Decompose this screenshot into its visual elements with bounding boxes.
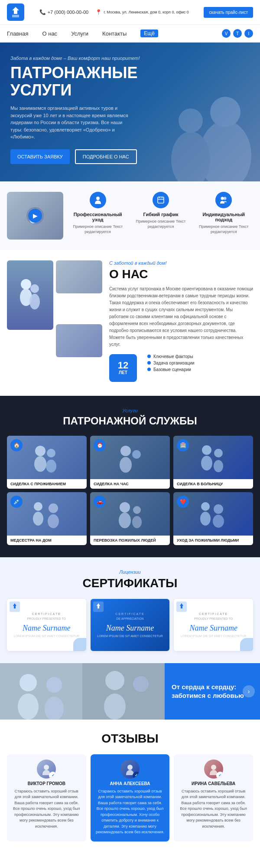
banner-arrow-button[interactable]: › bbox=[243, 685, 255, 697]
cert-header-1: CERTIFICATE bbox=[115, 612, 144, 615]
review-badge-2: ✓ bbox=[216, 772, 223, 779]
hero-section: Забота в каждом доме – Ваш комфорт наш п… bbox=[0, 43, 260, 181]
cert-card-0[interactable]: CERTIFICATE PROUDLY PRESENTED TO Name Su… bbox=[7, 599, 86, 651]
nav-services[interactable]: Услуги bbox=[71, 30, 88, 37]
certs-title: СЕРТИФИКАТЫ bbox=[7, 576, 253, 590]
about-content: С заботой в каждый дом! О НАС Система ус… bbox=[109, 260, 253, 385]
svg-point-33 bbox=[33, 512, 43, 526]
reviews-section: ОТЗЫВЫ ✓ ВИКТОР ГРОМОВ Стараюсь оставить… bbox=[0, 720, 260, 854]
review-text-0: Стараюсь оставить хороший отзыв для этой… bbox=[11, 789, 82, 830]
svg-point-60 bbox=[211, 765, 216, 770]
feature-title-1: Гибкий график bbox=[131, 212, 190, 217]
download-pricelist-button[interactable]: скачать прайс-лист bbox=[204, 7, 253, 18]
svg-point-15 bbox=[221, 197, 224, 200]
vk-icon[interactable]: V bbox=[222, 29, 231, 38]
cert-card-1[interactable]: CERTIFICATE DE APPRECIATION Name Surname… bbox=[91, 599, 170, 651]
about-img-top-right bbox=[56, 260, 102, 293]
about-tag: С заботой в каждый дом! bbox=[109, 260, 253, 266]
svg-point-48 bbox=[20, 674, 37, 691]
top-bar: 📞 +7 (000) 000-00-00 📍 г. Москва, ул. Ле… bbox=[0, 0, 260, 25]
service-card-5[interactable]: ❤️ УХОД ЗА ПОЖИЛЫМИ ЛЮДЬМИ bbox=[173, 492, 253, 545]
leave-request-button[interactable]: ОСТАВИТЬ ЗАЯВКУ bbox=[10, 149, 70, 164]
svg-point-34 bbox=[49, 503, 58, 513]
caregiver-image bbox=[17, 273, 43, 317]
years-number: 12 bbox=[118, 361, 128, 370]
service-card-0[interactable]: 🏠 СИДЕЛКА С ПРОЖИВАНИЕМ bbox=[7, 436, 87, 489]
review-card-2: ✓ ИРИНА САВЕЛЬЕВА Стараюсь оставить хоро… bbox=[174, 754, 253, 842]
svg-point-10 bbox=[96, 197, 100, 200]
svg-point-39 bbox=[132, 516, 142, 528]
features-list: Профессиональный уход Примерное описание… bbox=[68, 192, 253, 235]
service-card-4[interactable]: 🚗 ПЕРЕВОЗКА ПОЖИЛЫХ ЛЮДЕЙ bbox=[90, 492, 170, 545]
nav-more[interactable]: Ещё bbox=[140, 30, 158, 37]
list-dot-2 bbox=[147, 368, 151, 371]
service-label-4: ПЕРЕВОЗКА ПОЖИЛЫХ ЛЮДЕЙ bbox=[90, 536, 170, 545]
phone-item[interactable]: 📞 +7 (000) 000-00-00 bbox=[39, 9, 88, 15]
service-icon-4: 🚗 bbox=[94, 496, 106, 508]
svg-point-43 bbox=[213, 515, 224, 528]
svg-point-53 bbox=[105, 671, 124, 690]
feature-icon-0 bbox=[90, 192, 106, 208]
about-list-item-0: Ключевые факторы bbox=[147, 354, 195, 359]
cert-details-0: LOREM IPSUM DIE SIT AMET CONSECTETUR bbox=[14, 635, 79, 638]
cert-details-1: LOREM IPSUM DIE SIT AMET CONSECTETUR bbox=[97, 635, 162, 638]
service-icon-5: ❤️ bbox=[177, 496, 189, 508]
about-description: Система услуг патронажа в Москве ориенти… bbox=[109, 286, 253, 348]
about-us-button[interactable]: ПОДРОБНЕЕ О НАС bbox=[75, 149, 137, 164]
banner-right-image bbox=[82, 663, 165, 720]
review-badge-0: ✓ bbox=[49, 772, 56, 779]
banner-text-box: От сердца к сердцу: заботимся с любовью … bbox=[165, 663, 260, 720]
hero-content: Забота в каждом доме – Ваш комфорт наш п… bbox=[10, 56, 250, 164]
cert-accent-2 bbox=[240, 638, 253, 651]
service-image-5 bbox=[196, 499, 231, 529]
svg-point-23 bbox=[47, 449, 55, 457]
svg-point-37 bbox=[119, 513, 131, 528]
about-images bbox=[7, 260, 102, 385]
social-icons: V T I bbox=[222, 29, 253, 38]
feature-icon-2 bbox=[215, 192, 232, 208]
phone-icon: 📞 bbox=[39, 9, 46, 15]
about-title: О НАС bbox=[109, 267, 253, 281]
reviewer-name-0: ВИКТОР ГРОМОВ bbox=[11, 781, 82, 786]
cert-logo-2 bbox=[176, 602, 187, 612]
reviewer-name-1: АННА АЛЕКСЕЕВА bbox=[95, 781, 166, 786]
banner-section: От сердца к сердцу: заботимся с любовью … bbox=[0, 663, 260, 720]
years-badge: 12 ЛЕТ bbox=[109, 354, 137, 382]
svg-point-25 bbox=[120, 446, 131, 456]
feature-desc-1: Примерное описание Текст редактируется bbox=[131, 219, 190, 230]
svg-point-27 bbox=[132, 450, 141, 459]
nav-contacts[interactable]: Контакты bbox=[102, 30, 127, 37]
nav-about[interactable]: О нас bbox=[42, 30, 57, 37]
svg-point-31 bbox=[214, 460, 223, 472]
instagram-icon[interactable]: I bbox=[244, 29, 253, 38]
cert-logo-1 bbox=[93, 602, 104, 612]
reviewer-avatar-0: ✓ bbox=[37, 760, 56, 779]
service-card-3[interactable]: 💉 МЕДСЕСТРА НА ДОМ bbox=[7, 492, 87, 545]
svg-point-35 bbox=[48, 514, 59, 528]
service-card-2[interactable]: 🏥 СИДЕЛКА В БОЛЬНИЦУ bbox=[173, 436, 253, 489]
about-section: С заботой в каждый дом! О НАС Система ус… bbox=[0, 250, 260, 396]
service-icon-1: ⏰ bbox=[94, 439, 106, 451]
service-icon-0: 🏠 bbox=[10, 439, 23, 451]
feature-video-thumb[interactable]: ▶ bbox=[7, 192, 63, 240]
service-card-1[interactable]: ⏰ СИДЕЛКА НА ЧАС bbox=[90, 436, 170, 489]
svg-point-29 bbox=[201, 456, 212, 470]
telegram-icon[interactable]: T bbox=[233, 29, 242, 38]
feature-icon-1 bbox=[153, 192, 169, 208]
nav-home[interactable]: Главная bbox=[7, 30, 28, 37]
reviewer-avatar-2: ✓ bbox=[204, 760, 223, 779]
svg-point-19 bbox=[30, 284, 39, 293]
review-card-1: ✓ АННА АЛЕКСЕЕВА Стараюсь оставить хорош… bbox=[91, 754, 170, 842]
address-item: 📍 г. Москва, ул. Ленинская, дом 0, корп … bbox=[95, 9, 189, 15]
svg-point-56 bbox=[44, 765, 49, 770]
svg-point-58 bbox=[127, 765, 133, 770]
service-image-3 bbox=[29, 499, 64, 529]
feature-item-1: Гибкий график Примерное описание Текст р… bbox=[131, 192, 190, 235]
logo bbox=[7, 3, 24, 21]
cert-card-2[interactable]: CERTIFICATE PROUDLY PRESENTED TO Name Su… bbox=[174, 599, 253, 651]
banner-images bbox=[0, 663, 165, 720]
play-button[interactable]: ▶ bbox=[28, 209, 42, 223]
location-icon: 📍 bbox=[95, 9, 102, 15]
certs-tag: Лицензии bbox=[7, 569, 253, 575]
about-img-main bbox=[7, 260, 53, 330]
